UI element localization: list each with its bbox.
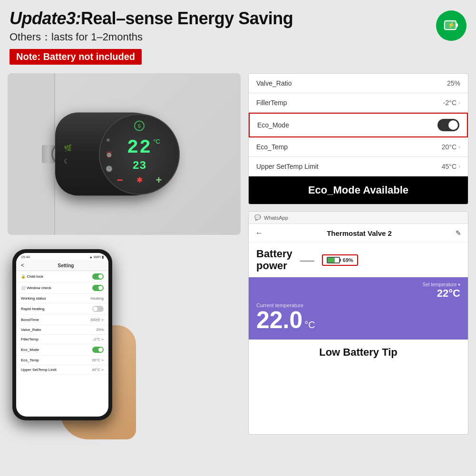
page-header: Update3:Real–sense Energy Saving Others：… [0, 0, 476, 68]
moon-icon: ☾ [64, 157, 72, 165]
body-left-icons: 🌿 ☾ [64, 144, 72, 165]
phone-row-rapid-heating: Rapid heating [16, 303, 108, 315]
phone-back-arrow[interactable]: < [21, 262, 24, 269]
upper-settemp-value: 40°C > [92, 368, 104, 372]
fillertemp-label: FillerTemp [21, 337, 39, 341]
battery-icon-circle: ⚡ [436, 10, 466, 41]
eco-temp-value: 20°C > [92, 358, 104, 362]
rapid-heating-toggle[interactable] [92, 306, 104, 312]
battery-indicator-box: 69% [322, 254, 358, 266]
temperature-section: Set temperature ▾ 22°C Current temperatu… [249, 277, 468, 340]
eco-temp-row-label: Eco_Temp [256, 143, 288, 151]
battery-edit-icon[interactable]: ✎ [456, 229, 461, 237]
battery-icon-small [327, 257, 340, 263]
phone-settings-list: 🔒 Child lock ⬜ Window check Working stat… [16, 271, 108, 375]
whatsapp-icon: 💬 [254, 214, 261, 221]
phone-time: 15:44 [21, 255, 30, 259]
secondary-temp: 23 [127, 159, 152, 172]
window-check-label: ⬜ Window check [21, 286, 51, 290]
header-text-block: Update3:Real–sense Energy Saving Others：… [10, 9, 436, 65]
main-title: Update3:Real–sense Energy Saving [10, 9, 436, 28]
working-status-value: Heating [90, 296, 104, 301]
eco-mode-toggle[interactable] [92, 347, 104, 353]
boosttime-value: 300分 > [90, 317, 104, 322]
phone-status-icons: ▲ WiFi ▮ [89, 255, 104, 259]
title-bold: Update3: [10, 9, 81, 28]
window-check-toggle[interactable] [92, 285, 104, 291]
temp-display: 22 °C 23 [127, 136, 152, 172]
plus-button[interactable]: + [156, 174, 162, 186]
battery-power-label: Battery power [256, 248, 292, 271]
battery-app-title: Thermostat Valve 2 [327, 229, 392, 237]
set-temp-block: Set temperature ▾ 22°C [256, 282, 460, 300]
current-temp-block: Current temperature 22.0 °C [256, 302, 460, 332]
child-lock-label: 🔒 Child lock [21, 274, 43, 279]
clock2-icon: 🕐 [106, 165, 113, 172]
valve-ratio-value: 25% [96, 328, 104, 332]
device-scene: 5 22 °C 23 ☀ ⏰ 🕐 [8, 73, 241, 235]
rapid-heating-label: Rapid heating [21, 307, 44, 311]
main-temp-value: 22 [127, 136, 152, 158]
eco-temp-row-value: 20°C › [442, 143, 460, 151]
phone-row-eco-temp: Eco_Temp 20°C > [16, 356, 108, 365]
svg-text:⚡: ⚡ [447, 21, 456, 29]
current-temp-value: 22.0 [256, 308, 302, 332]
eco-temp-row: Eco_Temp 20°C › [249, 137, 468, 157]
whatsapp-header: 💬 WhatsApp [249, 212, 468, 224]
child-lock-toggle[interactable] [92, 273, 104, 280]
svg-rect-1 [456, 23, 458, 27]
filler-temp-row-label: FillerTemp [256, 99, 287, 107]
current-temp-unit: °C [304, 320, 315, 330]
battery-tip [340, 259, 341, 262]
eco-temp-label: Eco_Temp [21, 358, 39, 362]
filler-temp-row-value: -2°C › [443, 99, 460, 107]
upper-settemp-row-value: 45°C › [442, 163, 460, 170]
phone-row-window-check: ⬜ Window check [16, 282, 108, 294]
battery-power-label-block: Battery power [256, 248, 292, 271]
sun-icon: ☀ [106, 136, 113, 143]
eco-mode-card: Valve_Ratio 25% FillerTemp -2°C › Eco_Mo… [248, 73, 468, 204]
upper-settemp-row: Upper SetTemp Limit 45°C › [249, 157, 468, 176]
filler-temp-row: FillerTemp -2°C › [249, 93, 468, 113]
battery-charging-icon: ⚡ [443, 17, 460, 34]
left-panel: 5 22 °C 23 ☀ ⏰ 🕐 [8, 73, 241, 435]
battery-back-button[interactable]: ← [255, 229, 263, 237]
set-temp-label: Set temperature ▾ [256, 282, 460, 287]
phone-row-child-lock: 🔒 Child lock [16, 271, 108, 282]
thermostat-body: 5 22 °C 23 ☀ ⏰ 🕐 [55, 113, 174, 196]
phone-outer: 15:44 ▲ WiFi ▮ < Setting 🔒 Child lock [12, 249, 112, 420]
battery-fill [328, 258, 335, 262]
valve-ratio-row-value: 25% [447, 79, 460, 87]
temp-unit: °C [153, 137, 160, 145]
eco-mode-available-label: Eco_Mode Available [249, 176, 468, 204]
phone-row-eco-mode: Eco_Mode [16, 344, 108, 356]
eco-mode-toggle-large[interactable] [437, 119, 459, 131]
battery-power-section: Battery power 69% [249, 243, 468, 277]
minus-button[interactable]: − [117, 174, 123, 186]
temp-main-display: 22 °C [127, 136, 152, 158]
phone-row-valve-ratio: Valve_Ratio 25% [16, 325, 108, 335]
dash-line [300, 261, 314, 262]
current-temp-display: 22.0 °C [256, 308, 460, 332]
eco-mode-row-label: Eco_Mode [257, 121, 289, 129]
phone-with-hand: 15:44 ▲ WiFi ▮ < Setting 🔒 Child lock [8, 249, 131, 435]
right-panel: Valve_Ratio 25% FillerTemp -2°C › Eco_Mo… [248, 73, 468, 435]
note-badge: Note: Battery not included [10, 49, 142, 65]
eco-mode-label: Eco_Mode [21, 348, 39, 352]
upper-settemp-row-label: Upper SetTemp Limit [256, 163, 319, 170]
main-content: 5 22 °C 23 ☀ ⏰ 🕐 [0, 68, 476, 439]
eco-mode-row-highlighted: Eco_Mode [249, 113, 468, 137]
top-indicator: 5 [134, 120, 145, 131]
valve-ratio-row-label: Valve_Ratio [256, 79, 291, 87]
subtitle: Others：lasts for 1–2months [10, 30, 436, 44]
battery-card: 💬 WhatsApp ← Thermostat Valve 2 ✎ Batter… [248, 211, 468, 435]
bottom-controls: − ✱ + [117, 174, 162, 186]
valve-ratio-label: Valve_Ratio [21, 328, 41, 332]
whatsapp-label: WhatsApp [264, 215, 288, 221]
clock-icon: ⏰ [106, 151, 113, 157]
battery-power-line1: Battery [256, 248, 292, 260]
thermostat-face: 5 22 °C 23 ☀ ⏰ 🕐 [99, 114, 180, 194]
working-status-label: Working status [21, 296, 46, 301]
battery-percentage: 69% [343, 257, 353, 263]
phone-row-fillertemp: FillerTemp -2°C > [16, 335, 108, 344]
